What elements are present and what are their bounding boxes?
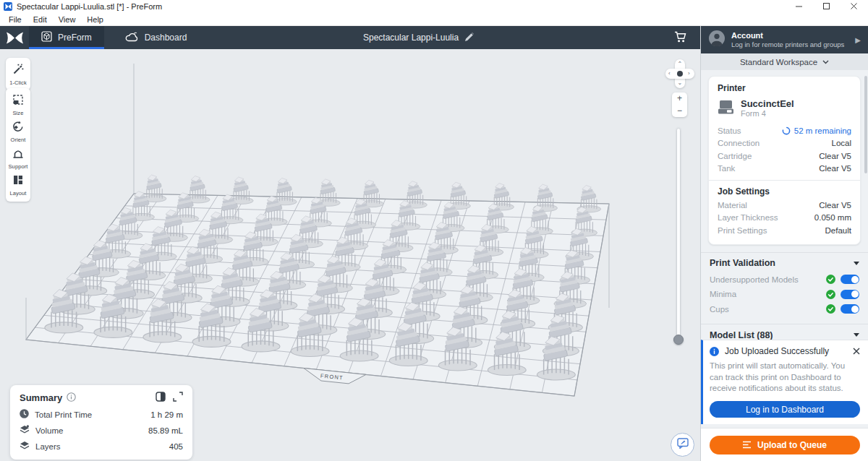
toggle-on[interactable] [841, 290, 859, 299]
login-dashboard-label: Log in to Dashboard [746, 405, 824, 415]
tab-dashboard[interactable]: Dashboard [113, 26, 200, 49]
printer-tank-row: Tank Clear V5 [718, 163, 851, 176]
sidebar-panels: Printer SuccinctEel Form 4 Status 52 m r… [701, 70, 868, 340]
pan-right-icon[interactable]: › [688, 71, 690, 77]
model-list-section: Model List (88) Spectacular Lappi-Luulia… [701, 324, 868, 340]
close-button[interactable] [841, 0, 868, 13]
size-icon [12, 94, 24, 108]
chevron-down-icon [822, 60, 829, 64]
info-outline-icon[interactable] [67, 392, 76, 404]
summary-value: 1 h 29 m [150, 410, 183, 419]
tool-orient-label: Orient [10, 137, 25, 143]
print-validation-header[interactable]: Print Validation [710, 254, 859, 272]
preform-cube-icon [41, 31, 52, 44]
job-uploaded-notification: Job Uploaded Successfully This print wil… [701, 340, 868, 424]
cart-icon[interactable] [674, 31, 687, 46]
printer-section-title: Printer [718, 83, 851, 93]
notification-title: Job Uploaded Successfully [725, 346, 829, 356]
print-validation-section: Print Validation Undersupported Models M… [701, 252, 868, 320]
upload-to-queue-button[interactable]: Upload to Queue [710, 436, 860, 454]
row-value: 0.050 mm [814, 213, 851, 222]
chevron-right-icon: ▶ [855, 36, 861, 44]
collapse-triangle-icon [854, 333, 859, 337]
row-label: Print Settings [718, 226, 767, 235]
tool-one-click[interactable]: 1-Click [6, 64, 30, 86]
summary-label: Total Print Time [35, 410, 92, 419]
account-section[interactable]: Account Log in for remote printers and g… [701, 26, 868, 53]
layer-slider-handle[interactable] [673, 335, 684, 345]
feedback-button[interactable] [671, 433, 694, 457]
tab-preform[interactable]: PreForm [29, 26, 104, 49]
tool-one-click-label: 1-Click [9, 79, 27, 86]
notification-body: This print will start automatically. You… [710, 361, 860, 395]
sidebar-scrollbar[interactable] [864, 76, 867, 173]
slice-view-icon[interactable] [156, 392, 166, 404]
print-validation-title: Print Validation [710, 258, 775, 268]
summary-label: Volume [35, 426, 63, 435]
menu-view[interactable]: View [53, 15, 82, 24]
expand-corners-icon[interactable] [173, 392, 183, 404]
pan-down-icon[interactable]: ⌄ [678, 80, 683, 86]
printer-cartridge-row: Cartridge Clear V5 [718, 150, 851, 163]
tool-orient[interactable]: Orient [6, 121, 30, 143]
validation-row-cups: Cups [710, 302, 859, 317]
row-value: Default [825, 226, 851, 235]
toggle-on[interactable] [841, 304, 859, 314]
summary-title: Summary [20, 392, 62, 403]
close-notification-icon[interactable] [853, 348, 860, 355]
maximize-button[interactable] [813, 0, 841, 13]
view-dpad[interactable]: ⌃ ⌄ ‹ › [665, 59, 694, 88]
tool-layout[interactable]: Layout [6, 174, 30, 197]
magic-wand-icon [12, 64, 24, 78]
check-pass-icon [826, 275, 835, 284]
volume-icon [20, 425, 30, 436]
model-list-header[interactable]: Model List (88) [710, 326, 859, 340]
summary-row-volume: Volume 85.89 mL [20, 425, 183, 436]
pan-left-icon[interactable]: ‹ [668, 71, 671, 77]
row-value: Clear V5 [819, 152, 851, 160]
summary-row-layers: Layers 405 [20, 441, 183, 452]
toggle-on[interactable] [841, 275, 859, 284]
minimize-button[interactable] [786, 0, 813, 13]
print-settings-row: Print Settings Default [718, 224, 851, 237]
viewport-3d[interactable]: FRONT 1-Click Size [0, 49, 700, 461]
menu-file[interactable]: File [3, 15, 27, 24]
tool-size[interactable]: Size [6, 94, 30, 116]
queue-icon [742, 440, 752, 449]
edit-job-title-icon[interactable] [465, 33, 474, 43]
tool-support-label: Support [9, 163, 28, 170]
spinner-icon [782, 126, 791, 135]
upload-to-queue-label: Upload to Queue [757, 440, 827, 450]
support-arch-icon [12, 147, 24, 162]
info-icon [710, 347, 719, 356]
job-title: Spectacular Lappi-Luulia [363, 33, 459, 43]
validation-row-undersupported: Undersupported Models [710, 272, 859, 288]
zoom-controls: + − [672, 92, 687, 117]
one-click-tool-card: 1-Click [6, 58, 30, 90]
login-dashboard-button[interactable]: Log in to Dashboard [710, 401, 860, 418]
summary-value: 405 [169, 442, 183, 451]
summary-value: 85.89 mL [148, 426, 183, 435]
tab-dashboard-label: Dashboard [145, 33, 187, 43]
zoom-out-button[interactable]: − [677, 105, 682, 116]
tool-support[interactable]: Support [6, 147, 30, 170]
zoom-in-button[interactable]: + [677, 93, 682, 103]
view-center-dot[interactable] [677, 71, 683, 77]
printer-card: Printer SuccinctEel Form 4 Status 52 m r… [708, 76, 861, 245]
tool-layout-label: Layout [9, 190, 26, 197]
collapse-triangle-icon [854, 262, 859, 265]
avatar [709, 30, 725, 49]
layer-thickness-row: Layer Thickness 0.050 mm [718, 212, 851, 225]
menu-edit[interactable]: Edit [27, 15, 53, 24]
sidebar: Account Log in for remote printers and g… [700, 26, 868, 461]
pan-up-icon[interactable]: ⌃ [678, 61, 683, 67]
check-pass-icon [826, 304, 835, 314]
layer-slider-track[interactable] [677, 129, 680, 344]
status-value: 52 m remaining [794, 126, 851, 135]
menu-help[interactable]: Help [81, 15, 109, 24]
account-title: Account [731, 31, 844, 40]
row-label: Cartridge [718, 152, 752, 160]
row-label: Connection [718, 139, 760, 147]
workspace-selector[interactable]: Standard Workspace [701, 53, 868, 70]
job-settings-title: Job Settings [718, 186, 851, 197]
